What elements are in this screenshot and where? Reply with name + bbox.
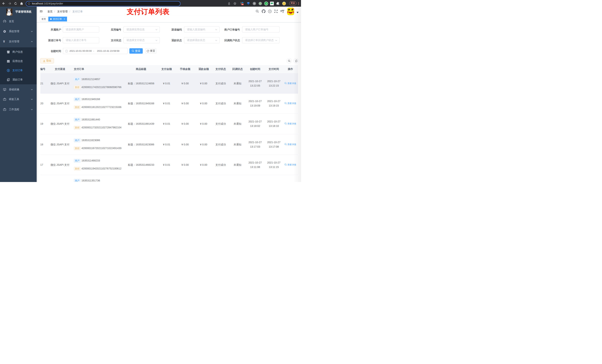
svg-text:⌘: ⌘ — [253, 2, 256, 5]
svg-text:10: 10 — [242, 3, 243, 5]
svg-text:y: y — [266, 2, 267, 5]
svg-text:?: ? — [269, 10, 270, 13]
svg-text:¥: ¥ — [8, 70, 9, 72]
